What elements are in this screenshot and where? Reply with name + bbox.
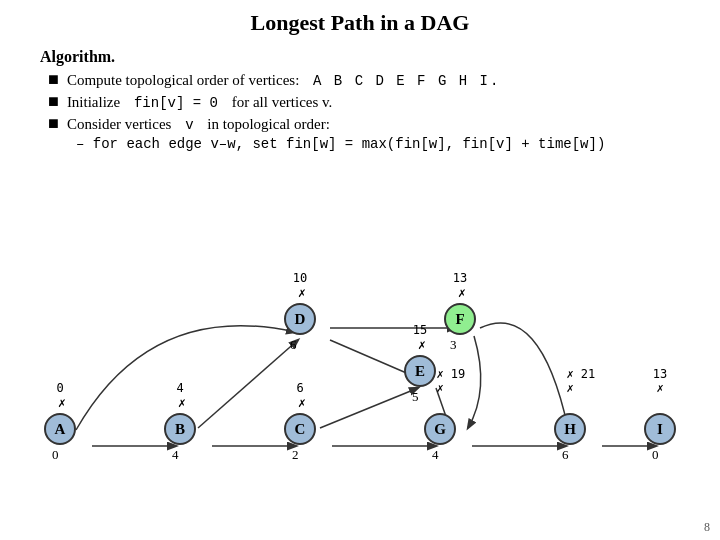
below-C: 2 (292, 447, 299, 463)
circle-D: D (284, 303, 316, 335)
svg-line-5 (320, 388, 418, 428)
algorithm-list: ■ Compute topological order of vertices:… (40, 70, 720, 133)
below-I: 0 (652, 447, 659, 463)
fin-G-x2: ✗ (420, 381, 460, 395)
step-2-text: Initialize (67, 94, 120, 111)
step-2-mono: fin[v] = 0 (134, 95, 218, 111)
fin-H-21: 21 (576, 367, 600, 381)
circle-F: F (444, 303, 476, 335)
graph-area: 0 ✗ A 0 4 ✗ B 4 6 ✗ C 2 10 ✗ D 6 15 ✗ E … (0, 150, 720, 540)
step-3-text: Consider vertices (67, 116, 172, 133)
topo-order: A B C D E F G H I. (313, 73, 500, 89)
xmark-B: ✗ (164, 395, 200, 410)
circle-A: A (44, 413, 76, 445)
xmark-F: ✗ (444, 285, 480, 300)
circle-C: C (284, 413, 316, 445)
fin-C-6: 6 (282, 381, 318, 395)
xmark-E: ✗ (404, 337, 440, 352)
fin-B-4: 4 (162, 381, 198, 395)
fin-D-10: 10 (282, 271, 318, 285)
circle-G: G (424, 413, 456, 445)
fin-H-x2: ✗ (550, 381, 590, 395)
xmark-D: ✗ (284, 285, 320, 300)
circle-I: I (644, 413, 676, 445)
fin-A-above: 0 (42, 381, 78, 395)
below-E: 5 (412, 389, 419, 405)
below-A: 0 (52, 447, 59, 463)
page-title: Longest Path in a DAG (0, 0, 720, 44)
step-2-text2: for all vertices v. (232, 94, 333, 111)
graph-svg (0, 150, 720, 540)
fin-I-13: 13 (640, 367, 680, 381)
circle-B: B (164, 413, 196, 445)
page-number: 8 (704, 520, 710, 535)
step-3-text2: in topological order: (207, 116, 329, 133)
bullet-1: ■ (48, 70, 59, 88)
below-G: 4 (432, 447, 439, 463)
step-2: ■ Initialize fin[v] = 0 for all vertices… (48, 92, 720, 111)
fin-E-15: 15 (400, 323, 440, 337)
below-H: 6 (562, 447, 569, 463)
bullet-3: ■ (48, 114, 59, 132)
algorithm-section: Algorithm. ■ Compute topological order o… (0, 44, 720, 152)
bullet-2: ■ (48, 92, 59, 110)
below-B: 4 (172, 447, 179, 463)
circle-H: H (554, 413, 586, 445)
step-3: ■ Consider vertices v in topological ord… (48, 114, 720, 133)
fin-I-x: ✗ (640, 381, 680, 395)
algorithm-heading: Algorithm. (40, 48, 720, 66)
step-1-text: Compute topological order of vertices: (67, 72, 299, 89)
below-F: 3 (450, 337, 457, 353)
step-1: ■ Compute topological order of vertices:… (48, 70, 720, 89)
xmark-C: ✗ (284, 395, 320, 410)
step-3-mono: v (185, 117, 193, 133)
below-D: 6 (290, 337, 297, 353)
fin-F-13: 13 (440, 271, 480, 285)
xmark-A: ✗ (44, 395, 80, 410)
fin-G-19: 19 (446, 367, 470, 381)
